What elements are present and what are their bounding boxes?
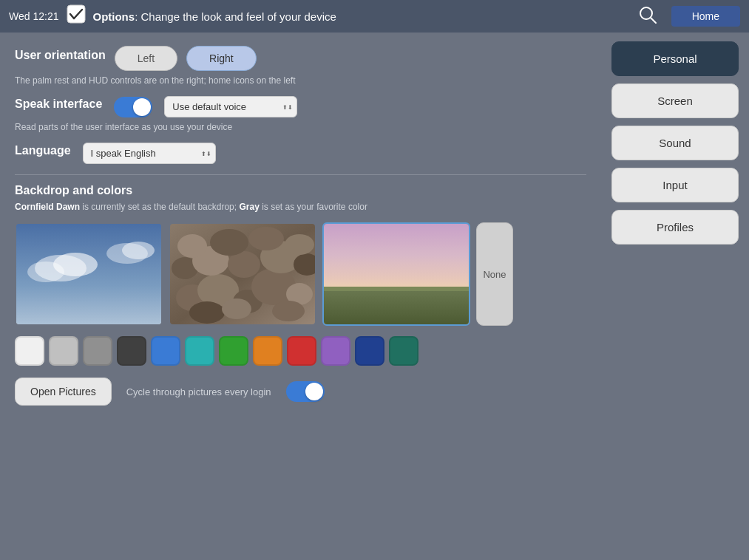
content-area: User orientation Left Right The palm res…	[0, 33, 601, 560]
voice-select[interactable]: Use default voice Custom voice	[164, 96, 297, 117]
cycle-toggle-knob	[305, 383, 323, 400]
speak-interface-heading: Speak interface	[15, 98, 102, 111]
backdrop-name: Cornfield Dawn	[15, 202, 80, 212]
speak-interface-toggle[interactable]	[114, 97, 152, 117]
svg-point-17	[272, 301, 305, 321]
section-divider	[15, 174, 586, 175]
backdrop-sunset[interactable]	[322, 222, 470, 326]
svg-point-8	[122, 242, 155, 259]
backdrop-desc-mid: is currently set as the default backdrop…	[80, 202, 239, 212]
backdrop-bottom-row: Open Pictures Cycle through pictures eve…	[15, 378, 586, 406]
color-white[interactable]	[15, 336, 44, 366]
topbar-title: Options: Change the look and feel of you…	[92, 10, 637, 23]
speak-interface-section: Speak interface Use default voice Custom…	[15, 96, 586, 132]
svg-point-24	[210, 229, 248, 256]
speak-interface-description: Read parts of the user interface as you …	[15, 122, 586, 132]
main-layout: User orientation Left Right The palm res…	[0, 33, 749, 560]
language-select[interactable]: I speak English I speak French I speak S…	[83, 143, 216, 164]
sky-image	[16, 224, 161, 324]
svg-rect-28	[324, 289, 470, 326]
toggle-knob	[133, 98, 151, 116]
svg-point-16	[222, 298, 251, 319]
left-orientation-button[interactable]: Left	[115, 46, 177, 71]
color-dark-blue[interactable]	[355, 336, 384, 366]
svg-point-15	[189, 301, 225, 324]
sidebar-item-sound[interactable]: Sound	[611, 126, 739, 160]
color-purple[interactable]	[321, 336, 350, 366]
search-icon[interactable]	[637, 4, 658, 28]
color-swatches	[15, 336, 586, 366]
cycle-toggle[interactable]	[286, 381, 325, 402]
sidebar: Personal Screen Sound Input Profiles	[601, 33, 749, 560]
checkmark-icon	[66, 4, 87, 29]
color-dark-gray[interactable]	[117, 336, 146, 366]
color-teal[interactable]	[185, 336, 214, 366]
sidebar-item-screen[interactable]: Screen	[611, 83, 739, 118]
color-red[interactable]	[287, 336, 316, 366]
orientation-description: The palm rest and HUD controls are on th…	[15, 75, 586, 86]
svg-point-26	[285, 234, 314, 255]
open-pictures-button[interactable]: Open Pictures	[15, 378, 112, 406]
home-button[interactable]: Home	[671, 6, 740, 27]
backdrop-desc-suffix: is set as your favorite color	[260, 202, 367, 212]
sidebar-item-profiles[interactable]: Profiles	[611, 210, 739, 245]
user-orientation-section: User orientation Left Right The palm res…	[15, 46, 586, 86]
color-blue[interactable]	[151, 336, 180, 366]
sidebar-item-input[interactable]: Input	[611, 168, 739, 202]
sidebar-item-personal[interactable]: Personal	[611, 41, 739, 76]
color-gray[interactable]	[83, 336, 112, 366]
backdrop-rocks[interactable]	[169, 222, 316, 326]
rocks-image	[170, 224, 315, 324]
backdrop-sky[interactable]	[15, 222, 163, 326]
svg-point-23	[177, 234, 207, 258]
backdrop-color-name: Gray	[239, 202, 259, 212]
color-light-gray[interactable]	[49, 336, 78, 366]
backdrops-row: None	[15, 222, 586, 326]
language-section: Language I speak English I speak French …	[15, 143, 586, 164]
color-green[interactable]	[219, 336, 248, 366]
topbar-time: Wed 12:21	[9, 10, 58, 22]
backdrop-section: Backdrop and colors Cornfield Dawn is cu…	[15, 184, 586, 406]
none-backdrop-button[interactable]: None	[476, 222, 513, 326]
language-heading: Language	[15, 144, 71, 157]
cycle-label: Cycle through pictures every login	[126, 386, 271, 397]
color-dark-teal[interactable]	[389, 336, 418, 366]
backdrop-heading: Backdrop and colors	[15, 184, 586, 197]
svg-point-25	[248, 227, 284, 250]
language-select-wrapper: I speak English I speak French I speak S…	[83, 143, 216, 164]
topbar: Wed 12:21 Options: Change the look and f…	[0, 0, 749, 33]
user-orientation-heading: User orientation	[15, 49, 106, 62]
voice-select-wrapper: Use default voice Custom voice	[164, 96, 297, 117]
svg-rect-29	[324, 287, 470, 291]
color-orange[interactable]	[253, 336, 282, 366]
right-orientation-button[interactable]: Right	[186, 46, 257, 71]
svg-line-2	[651, 18, 656, 23]
sunset-image	[324, 224, 469, 324]
backdrop-description: Cornfield Dawn is currently set as the d…	[15, 202, 586, 212]
svg-point-6	[27, 262, 64, 282]
